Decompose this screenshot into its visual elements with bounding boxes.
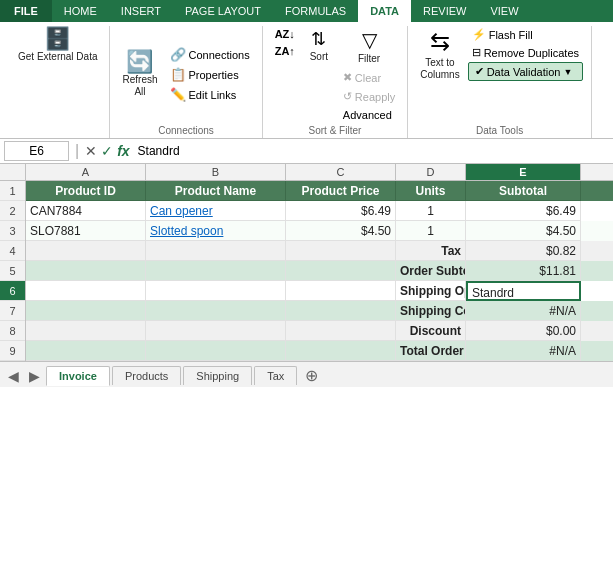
connections-button[interactable]: 🔗 Connections	[166, 45, 254, 64]
table-row: Shipping Cost #N/A	[26, 301, 613, 321]
cell-a7[interactable]	[26, 301, 146, 321]
cell-a2[interactable]: CAN7884	[26, 201, 146, 221]
cancel-icon[interactable]: ✕	[85, 143, 97, 159]
refresh-all-button[interactable]: 🔄 RefreshAll	[118, 49, 161, 100]
sheet-nav-next[interactable]: ▶	[25, 366, 44, 386]
formula-bar: | ✕ ✓ fx	[0, 139, 613, 164]
cell-b7[interactable]	[146, 301, 286, 321]
row-num-7[interactable]: 7	[0, 301, 25, 321]
clear-button[interactable]: ✖ Clear	[339, 69, 399, 86]
cell-b9[interactable]	[146, 341, 286, 361]
cell-b4[interactable]	[146, 241, 286, 261]
cell-reference[interactable]	[4, 141, 69, 161]
tab-data[interactable]: DATA	[358, 0, 411, 22]
cell-e3[interactable]: $4.50	[466, 221, 581, 241]
cell-b3[interactable]: Slotted spoon	[146, 221, 286, 241]
cell-e8[interactable]: $0.00	[466, 321, 581, 341]
cell-d6[interactable]: Shipping Option	[396, 281, 466, 301]
cell-c3[interactable]: $4.50	[286, 221, 396, 241]
col-header-a[interactable]: A	[26, 164, 146, 180]
col-header-e[interactable]: E	[466, 164, 581, 180]
cell-c5[interactable]	[286, 261, 396, 281]
formula-input[interactable]	[134, 142, 609, 160]
cell-b2[interactable]: Can opener	[146, 201, 286, 221]
get-external-data-button[interactable]: 🗄️ Get External Data	[14, 26, 101, 65]
row-num-9[interactable]: 9	[0, 341, 25, 361]
tab-page-layout[interactable]: PAGE LAYOUT	[173, 0, 273, 22]
table-row: CAN7884 Can opener $6.49 1 $6.49	[26, 201, 613, 221]
cell-c6[interactable]	[286, 281, 396, 301]
col-header-c[interactable]: C	[286, 164, 396, 180]
row-num-3[interactable]: 3	[0, 221, 25, 241]
filter-button[interactable]: ▽ Filter	[339, 26, 399, 67]
tab-home[interactable]: HOME	[52, 0, 109, 22]
text-to-columns-button[interactable]: ⇆ Text toColumns	[416, 26, 463, 83]
remove-duplicates-button[interactable]: ⊟ Remove Duplicates	[468, 44, 583, 61]
cell-c9[interactable]	[286, 341, 396, 361]
cell-a9[interactable]	[26, 341, 146, 361]
cell-c7[interactable]	[286, 301, 396, 321]
tab-file[interactable]: FILE	[0, 0, 52, 22]
cell-e4[interactable]: $0.82	[466, 241, 581, 261]
sheet-tab-shipping[interactable]: Shipping	[183, 366, 252, 385]
col-header-d[interactable]: D	[396, 164, 466, 180]
sheet-tab-products[interactable]: Products	[112, 366, 181, 385]
flash-fill-button[interactable]: ⚡ Flash Fill	[468, 26, 583, 43]
cell-d8[interactable]: Discount	[396, 321, 466, 341]
cell-d2[interactable]: 1	[396, 201, 466, 221]
row-num-8[interactable]: 8	[0, 321, 25, 341]
cell-b6[interactable]	[146, 281, 286, 301]
cell-b8[interactable]	[146, 321, 286, 341]
cell-d4[interactable]: Tax	[396, 241, 466, 261]
row-num-6[interactable]: 6	[0, 281, 25, 301]
cell-d5[interactable]: Order Subtotal	[396, 261, 466, 281]
sort-az-button[interactable]: AZ↓	[271, 26, 299, 42]
table-row: Discount $0.00	[26, 321, 613, 341]
cell-e9[interactable]: #N/A	[466, 341, 581, 361]
cell-a6[interactable]	[26, 281, 146, 301]
sheet-tab-invoice[interactable]: Invoice	[46, 366, 110, 386]
col-header-b[interactable]: B	[146, 164, 286, 180]
data-validation-button[interactable]: ✔ Data Validation ▼	[468, 62, 583, 81]
properties-button[interactable]: 📋 Properties	[166, 65, 254, 84]
tab-view[interactable]: VIEW	[478, 0, 530, 22]
cell-a8[interactable]	[26, 321, 146, 341]
cell-a3[interactable]: SLO7881	[26, 221, 146, 241]
sheet-nav-prev[interactable]: ◀	[4, 366, 23, 386]
sort-button[interactable]: ⇅ Sort	[303, 26, 335, 65]
cell-d9[interactable]: Total Order Cost	[396, 341, 466, 361]
reapply-button[interactable]: ↺ Reapply	[339, 88, 399, 105]
sheet-tab-tax[interactable]: Tax	[254, 366, 297, 385]
advanced-button[interactable]: Advanced	[339, 107, 399, 123]
cell-a4[interactable]	[26, 241, 146, 261]
cell-b5[interactable]	[146, 261, 286, 281]
cell-c8[interactable]	[286, 321, 396, 341]
row-num-2[interactable]: 2	[0, 201, 25, 221]
reapply-icon: ↺	[343, 90, 352, 103]
sort-za-button[interactable]: ZA↑	[271, 43, 299, 59]
cell-e6[interactable]: Standrd	[466, 281, 581, 301]
sort-za-icon: ZA↑	[275, 45, 295, 57]
cell-d3[interactable]: 1	[396, 221, 466, 241]
cell-e5[interactable]: $11.81	[466, 261, 581, 281]
row-num-1[interactable]: 1	[0, 181, 25, 201]
tab-insert[interactable]: INSERT	[109, 0, 173, 22]
tab-formulas[interactable]: FORMULAS	[273, 0, 358, 22]
cell-c2[interactable]: $6.49	[286, 201, 396, 221]
cell-d7[interactable]: Shipping Cost	[396, 301, 466, 321]
function-icon[interactable]: fx	[117, 143, 129, 159]
edit-links-button[interactable]: ✏️ Edit Links	[166, 85, 254, 104]
row-num-4[interactable]: 4	[0, 241, 25, 261]
data-validation-icon: ✔	[475, 65, 484, 78]
cell-e2[interactable]: $6.49	[466, 201, 581, 221]
tab-review[interactable]: REVIEW	[411, 0, 478, 22]
cell-c4[interactable]	[286, 241, 396, 261]
spreadsheet-body: 1 2 3 4 5 6 7 8 9 Product ID Product Nam…	[0, 181, 613, 361]
add-sheet-button[interactable]: ⊕	[299, 364, 324, 387]
confirm-icon[interactable]: ✓	[101, 143, 113, 159]
cell-a5[interactable]	[26, 261, 146, 281]
sort-icon: ⇅	[311, 28, 326, 50]
cell-e7[interactable]: #N/A	[466, 301, 581, 321]
table-row: Shipping Option Standrd	[26, 281, 613, 301]
row-num-5[interactable]: 5	[0, 261, 25, 281]
